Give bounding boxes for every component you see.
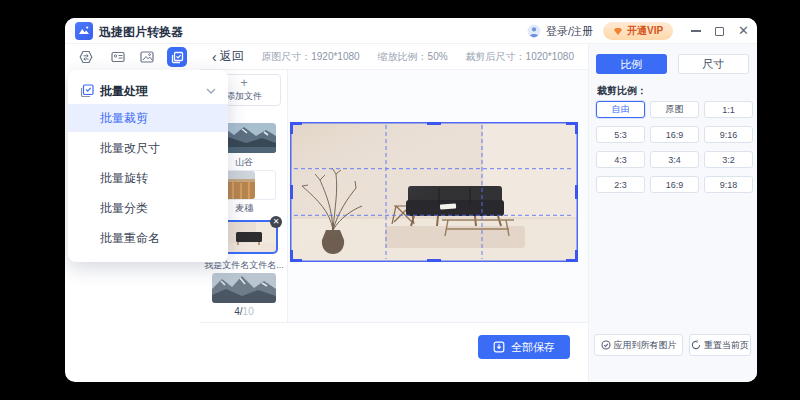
crop-handle-top-left bbox=[292, 124, 303, 135]
app-logo-icon bbox=[75, 22, 93, 40]
tab-ratio[interactable]: 比例 bbox=[596, 54, 667, 74]
format-convert-icon[interactable] bbox=[77, 48, 95, 66]
login-label: 登录/注册 bbox=[546, 24, 593, 39]
minimize-button[interactable] bbox=[691, 30, 701, 32]
ratio-5-3[interactable]: 5:3 bbox=[596, 126, 645, 143]
vip-label: 开通VIP bbox=[627, 24, 663, 38]
mode-icon-strip bbox=[65, 44, 200, 70]
plus-icon: + bbox=[240, 77, 248, 89]
close-button[interactable]: ✕ bbox=[738, 26, 749, 36]
maximize-button[interactable] bbox=[715, 27, 724, 36]
ratio-3-2[interactable]: 3:2 bbox=[704, 151, 753, 168]
ratio-1-1[interactable]: 1:1 bbox=[704, 101, 753, 118]
apply-icon bbox=[601, 340, 611, 350]
batch-menu-dropdown: 批量处理 批量裁剪 批量改尺寸 批量旋转 批量分类 批量重命名 bbox=[68, 70, 228, 262]
crop-overlay[interactable] bbox=[290, 122, 578, 262]
crop-handle-top bbox=[427, 122, 441, 125]
crop-settings-panel: 比例 尺寸 裁剪比例： 自由 原图 1:1 5:3 16:9 9:16 4:3 … bbox=[588, 44, 757, 382]
footer-bar: 全部保存 bbox=[200, 322, 588, 382]
back-chevron-icon: ‹ bbox=[212, 51, 217, 63]
remove-file-icon[interactable]: ✕ bbox=[270, 216, 282, 228]
crop-handle-bottom-left bbox=[292, 250, 303, 261]
ratio-original[interactable]: 原图 bbox=[650, 101, 699, 118]
batch-menu-header[interactable]: 批量处理 bbox=[68, 78, 228, 104]
menu-item-batch-classify[interactable]: 批量分类 bbox=[68, 194, 228, 222]
zoom-ratio-stat: 缩放比例：50% bbox=[378, 50, 448, 64]
reset-page-label: 重置当前页 bbox=[704, 339, 749, 352]
save-all-label: 全部保存 bbox=[511, 340, 555, 355]
image-edit-icon[interactable] bbox=[138, 48, 156, 66]
canvas-toolbar: ‹ 返回 原图尺寸：1920*1080 缩放比例：50% 裁剪后尺寸：1020*… bbox=[200, 44, 588, 70]
ratio-9-16[interactable]: 9:16 bbox=[704, 126, 753, 143]
avatar-icon bbox=[527, 24, 541, 38]
open-vip-button[interactable]: 开通VIP bbox=[603, 22, 673, 40]
add-file-label: 添加文件 bbox=[226, 90, 262, 103]
crop-region[interactable] bbox=[290, 122, 578, 262]
app-window: 迅捷图片转换器 登录/注册 开通VIP ✕ bbox=[65, 18, 757, 382]
apply-to-all-button[interactable]: 应用到所有图片 bbox=[594, 334, 683, 356]
reset-icon bbox=[691, 340, 701, 350]
cropped-size-stat: 裁剪后尺寸：1020*1080 bbox=[466, 50, 574, 64]
desktop-background: 迅捷图片转换器 登录/注册 开通VIP ✕ bbox=[0, 0, 800, 400]
apply-to-all-label: 应用到所有图片 bbox=[614, 339, 677, 352]
title-bar: 迅捷图片转换器 登录/注册 开通VIP ✕ bbox=[65, 18, 757, 44]
image-stats: 原图尺寸：1920*1080 缩放比例：50% 裁剪后尺寸：1020*1080 bbox=[261, 50, 574, 64]
menu-item-batch-rename[interactable]: 批量重命名 bbox=[68, 224, 228, 252]
login-register-button[interactable]: 登录/注册 bbox=[527, 24, 593, 39]
crop-handle-right bbox=[575, 185, 578, 199]
batch-process-icon[interactable] bbox=[167, 47, 187, 67]
download-icon bbox=[493, 341, 505, 353]
ratio-3-4[interactable]: 3:4 bbox=[650, 151, 699, 168]
crop-handle-top-right bbox=[566, 124, 577, 135]
ratio-9-18[interactable]: 9:18 bbox=[704, 176, 753, 193]
crop-canvas bbox=[288, 70, 588, 322]
batch-stack-icon bbox=[79, 83, 95, 99]
crop-handle-bottom-right bbox=[566, 250, 577, 261]
crop-handle-bottom bbox=[427, 259, 441, 262]
ratio-2-3[interactable]: 2:3 bbox=[596, 176, 645, 193]
menu-item-batch-resize[interactable]: 批量改尺寸 bbox=[68, 134, 228, 162]
original-size-stat: 原图尺寸：1920*1080 bbox=[261, 50, 359, 64]
file-counter: 4/10 bbox=[200, 306, 288, 317]
save-all-button[interactable]: 全部保存 bbox=[478, 335, 570, 359]
chevron-down-icon bbox=[206, 88, 216, 94]
id-photo-icon[interactable] bbox=[109, 48, 127, 66]
menu-item-batch-rotate[interactable]: 批量旋转 bbox=[68, 164, 228, 192]
vip-diamond-icon bbox=[613, 27, 623, 36]
ratio-4-3[interactable]: 4:3 bbox=[596, 151, 645, 168]
back-button[interactable]: ‹ 返回 bbox=[212, 48, 244, 65]
crop-ratio-label: 裁剪比例： bbox=[597, 84, 647, 98]
crop-handle-left bbox=[290, 185, 293, 199]
ratio-free[interactable]: 自由 bbox=[596, 101, 645, 118]
menu-item-batch-crop[interactable]: 批量裁剪 bbox=[68, 104, 228, 132]
batch-menu-title: 批量处理 bbox=[100, 83, 148, 100]
reset-page-button[interactable]: 重置当前页 bbox=[689, 334, 751, 356]
ratio-16-9[interactable]: 16:9 bbox=[650, 126, 699, 143]
ratio-16-9-b[interactable]: 16:9 bbox=[650, 176, 699, 193]
tab-size[interactable]: 尺寸 bbox=[678, 54, 749, 74]
app-title: 迅捷图片转换器 bbox=[99, 24, 183, 41]
thumbnail-mountain[interactable] bbox=[212, 273, 276, 303]
back-label: 返回 bbox=[220, 48, 244, 65]
